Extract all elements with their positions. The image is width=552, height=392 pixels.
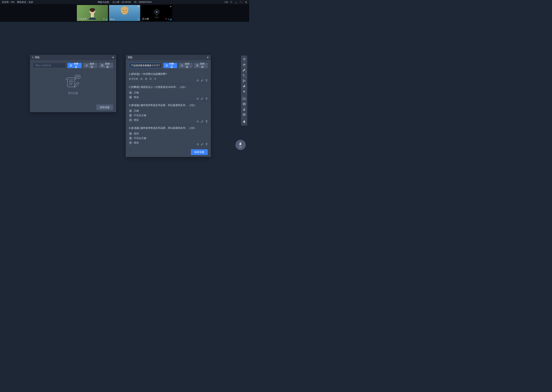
option-label: 正确 xyxy=(134,91,139,94)
toolbar-separator xyxy=(242,118,246,118)
judge-question-button[interactable]: 判断题 xyxy=(67,63,82,68)
svg-rect-18 xyxy=(70,64,72,66)
question-option[interactable]: C错误 xyxy=(129,118,208,122)
chat-icon[interactable] xyxy=(241,112,247,117)
edit-question-icon[interactable] xyxy=(201,143,203,146)
panel-header: 测验 ✕ xyxy=(30,55,116,60)
question-item: 3 [单选题] 施华洛世奇是反华品牌，所以梁鼎琪反华。（2分）A正确B不完全正确… xyxy=(129,102,208,124)
close-video-icon[interactable]: ✕ xyxy=(138,5,139,8)
question-option[interactable]: A是的 xyxy=(129,131,208,136)
question-option[interactable]: B不完全正确 xyxy=(129,113,208,118)
option-letter: A xyxy=(129,91,132,94)
move-question-icon[interactable] xyxy=(196,98,199,100)
close-panel-icon[interactable]: ✕ xyxy=(112,56,114,59)
close-video-icon[interactable]: ✕ xyxy=(170,5,172,8)
panel-header: 测验 ✕ xyxy=(126,55,211,60)
raise-hand-count: 0/2 xyxy=(239,146,242,148)
svg-point-10 xyxy=(125,10,126,11)
back-icon[interactable] xyxy=(32,56,34,59)
audio-indicator-icon xyxy=(165,18,172,20)
cursor-sparkle-icon[interactable] xyxy=(241,57,247,62)
short-answer-button[interactable]: 简答题 xyxy=(194,63,208,68)
question-item: 2 [判断题] 我国宪法上一次更新是在2020年。（2分）A正确B错误 xyxy=(129,84,208,102)
move-question-icon[interactable] xyxy=(196,79,199,82)
edit-question-icon[interactable] xyxy=(201,120,203,123)
option-letter: B xyxy=(129,96,132,99)
svg-point-29 xyxy=(76,77,77,77)
course-name: 神秘大自然 xyxy=(98,0,109,4)
option-label: 是的 xyxy=(134,132,139,135)
empty-text: 暂无试题 xyxy=(68,91,78,95)
exam-name-input[interactable] xyxy=(33,63,66,68)
delete-question-icon[interactable] xyxy=(205,143,208,146)
close-window-icon[interactable] xyxy=(245,0,248,4)
svg-rect-17 xyxy=(168,18,169,19)
option-letter: C xyxy=(129,118,132,122)
option-label: 错误 xyxy=(134,96,139,99)
question-title: 4 [多选题] 施华洛世奇是反华品牌，所以梁鼎琪反华。（2分） xyxy=(129,126,208,130)
user-icon[interactable] xyxy=(241,107,247,112)
eraser-icon[interactable] xyxy=(241,84,247,89)
choice-question-button[interactable]: 选择题 xyxy=(179,63,192,68)
question-option[interactable]: A正确 xyxy=(129,90,208,95)
svg-point-7 xyxy=(103,18,104,19)
bell-icon[interactable] xyxy=(241,119,247,124)
option-label: 错误 xyxy=(134,118,139,122)
choice-question-button[interactable]: 选择题 xyxy=(83,63,97,68)
question-option[interactable]: B不完全正确 xyxy=(129,136,208,140)
move-question-icon[interactable] xyxy=(196,143,199,146)
move-icon[interactable] xyxy=(241,62,247,67)
option-letter: A xyxy=(129,132,132,135)
scissors-icon[interactable] xyxy=(241,78,247,84)
svg-point-45 xyxy=(244,114,244,114)
participant-name: Nina xyxy=(110,18,115,21)
maximize-icon[interactable] xyxy=(240,0,243,4)
color-picker-icon[interactable] xyxy=(241,89,247,94)
svg-point-31 xyxy=(79,77,79,77)
svg-rect-6 xyxy=(91,13,94,18)
pen-icon[interactable] xyxy=(241,67,247,73)
edit-question-icon[interactable] xyxy=(201,98,203,100)
exam-name-input[interactable] xyxy=(129,63,162,68)
right-toolbar: T xyxy=(241,56,247,126)
move-question-icon[interactable] xyxy=(196,120,199,123)
packet-loss: 丢包率：0% xyxy=(2,0,14,4)
save-exam-button[interactable]: 保存试卷 xyxy=(191,149,208,155)
raise-hand-button[interactable]: 0/2 xyxy=(235,140,246,150)
question-option[interactable]: A正确 xyxy=(129,109,208,113)
panel-title: 测验 xyxy=(128,56,133,59)
folder-icon[interactable] xyxy=(241,96,247,101)
camera-toggle-icon[interactable] xyxy=(225,0,228,4)
question-option[interactable]: B错误 xyxy=(129,95,208,99)
panel-title: 测验 xyxy=(35,56,40,59)
svg-rect-32 xyxy=(166,65,167,66)
svg-point-39 xyxy=(243,81,244,82)
session-id: ID：2020070324 xyxy=(134,0,152,4)
svg-point-47 xyxy=(245,114,245,114)
option-label: 错误 xyxy=(134,141,139,145)
close-panel-icon[interactable]: ✕ xyxy=(207,56,209,59)
settings-icon[interactable] xyxy=(230,0,233,4)
question-title: 3 [单选题] 施华洛世奇是反华品牌，所以梁鼎琪反华。（2分） xyxy=(129,104,208,107)
minimize-icon[interactable] xyxy=(235,0,238,4)
audio-level-icon xyxy=(138,18,139,20)
delete-question-icon[interactable] xyxy=(205,79,208,82)
svg-text:T: T xyxy=(243,74,245,77)
svg-point-38 xyxy=(243,80,244,80)
video-tile-student-off[interactable]: ✕ 王小明 xyxy=(141,5,172,21)
question-title: 2 [判断题] 我国宪法上一次更新是在2020年。（2分） xyxy=(129,85,208,89)
video-tile-teacher[interactable]: 叮当老师 xyxy=(77,5,108,21)
short-answer-button[interactable]: 简答题 xyxy=(99,63,113,68)
text-icon[interactable]: T xyxy=(241,73,247,78)
toolbox-icon[interactable] xyxy=(241,101,247,107)
audio-level-icon xyxy=(103,18,107,20)
network-status: 网络状态：良好 xyxy=(17,0,33,4)
judge-question-button[interactable]: 判断题 xyxy=(163,63,177,68)
question-option[interactable]: C错误 xyxy=(129,140,208,145)
delete-question-icon[interactable] xyxy=(205,120,208,123)
delete-question-icon[interactable] xyxy=(205,98,208,100)
svg-point-19 xyxy=(86,64,87,66)
video-tile-student[interactable]: ✕ Nina xyxy=(109,5,140,21)
save-exam-button[interactable]: 保存试卷 xyxy=(96,105,113,110)
edit-question-icon[interactable] xyxy=(201,79,203,82)
